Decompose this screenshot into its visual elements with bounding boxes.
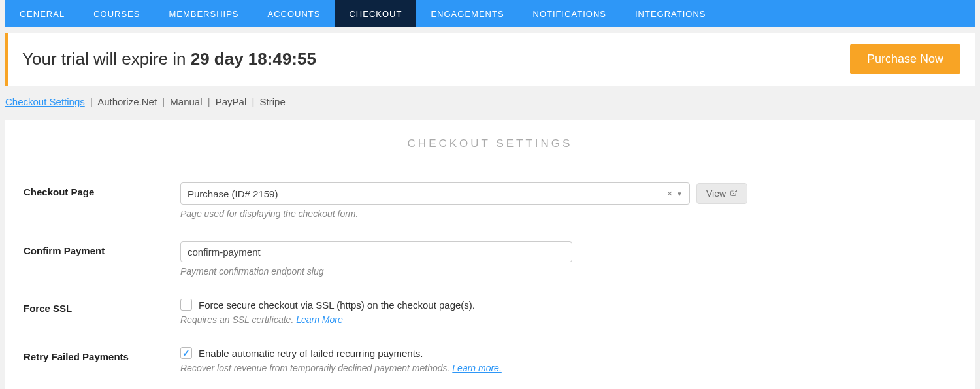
retry-helper: Recover lost revenue from temporarily de… xyxy=(180,363,956,373)
row-retry-failed: Retry Failed Payments Enable automatic r… xyxy=(24,347,956,373)
chevron-down-icon: ▼ xyxy=(676,190,683,197)
settings-panel: CHECKOUT SETTINGS Checkout Page Purchase… xyxy=(5,120,975,389)
external-link-icon xyxy=(730,188,738,199)
nav-notifications[interactable]: NOTIFICATIONS xyxy=(519,0,621,27)
sub-nav: Checkout Settings | Authorize.Net | Manu… xyxy=(0,86,980,115)
retry-learn-more-link[interactable]: Learn more. xyxy=(452,363,501,373)
nav-integrations[interactable]: INTEGRATIONS xyxy=(621,0,721,27)
force-ssl-learn-more-link[interactable]: Learn More xyxy=(296,314,343,325)
retry-label: Retry Failed Payments xyxy=(24,347,180,362)
top-nav: GENERAL COURSES MEMBERSHIPS ACCOUNTS CHE… xyxy=(5,0,975,27)
checkout-page-helper: Page used for displaying the checkout fo… xyxy=(180,209,956,219)
row-confirm-payment: Confirm Payment Payment confirmation end… xyxy=(24,241,956,277)
trial-banner: Your trial will expire in 29 day 18:49:5… xyxy=(5,33,975,86)
confirm-payment-input[interactable] xyxy=(180,241,572,262)
confirm-payment-helper: Payment confirmation endpont slug xyxy=(180,266,956,277)
subnav-stripe[interactable]: Stripe xyxy=(260,96,286,107)
panel-title: CHECKOUT SETTINGS xyxy=(24,132,956,160)
nav-courses[interactable]: COURSES xyxy=(79,0,154,27)
nav-memberships[interactable]: MEMBERSHIPS xyxy=(154,0,253,27)
view-button-label: View xyxy=(706,188,726,199)
confirm-payment-label: Confirm Payment xyxy=(24,241,180,256)
checkout-page-label: Checkout Page xyxy=(24,182,180,197)
retry-check-label: Enable automatic retry of failed recurri… xyxy=(199,348,423,359)
nav-accounts[interactable]: ACCOUNTS xyxy=(253,0,335,27)
trial-prefix: Your trial will expire in xyxy=(22,49,191,69)
nav-checkout[interactable]: CHECKOUT xyxy=(335,0,416,27)
view-button[interactable]: View xyxy=(696,183,747,204)
purchase-now-button[interactable]: Purchase Now xyxy=(850,44,960,74)
trial-remaining: 29 day 18:49:55 xyxy=(191,49,316,69)
nav-engagements[interactable]: ENGAGEMENTS xyxy=(416,0,518,27)
nav-general[interactable]: GENERAL xyxy=(5,0,79,27)
checkout-page-value: Purchase (ID# 2159) xyxy=(188,188,667,199)
subnav-authorize-net[interactable]: Authorize.Net xyxy=(97,96,157,107)
force-ssl-checkbox[interactable] xyxy=(180,299,192,311)
close-icon[interactable]: × xyxy=(667,188,672,199)
svg-line-0 xyxy=(733,190,737,194)
checkout-page-select[interactable]: Purchase (ID# 2159) × ▼ xyxy=(180,182,690,205)
row-checkout-page: Checkout Page Purchase (ID# 2159) × ▼ Vi… xyxy=(24,182,956,219)
force-ssl-label: Force SSL xyxy=(24,299,180,314)
subnav-checkout-settings[interactable]: Checkout Settings xyxy=(5,96,85,107)
force-ssl-helper: Requires an SSL certificate. Learn More xyxy=(180,314,956,325)
subnav-paypal[interactable]: PayPal xyxy=(216,96,247,107)
retry-checkbox[interactable] xyxy=(180,347,192,359)
trial-message: Your trial will expire in 29 day 18:49:5… xyxy=(22,49,316,69)
subnav-manual[interactable]: Manual xyxy=(170,96,202,107)
row-force-ssl: Force SSL Force secure checkout via SSL … xyxy=(24,299,956,325)
force-ssl-check-label: Force secure checkout via SSL (https) on… xyxy=(199,299,475,311)
